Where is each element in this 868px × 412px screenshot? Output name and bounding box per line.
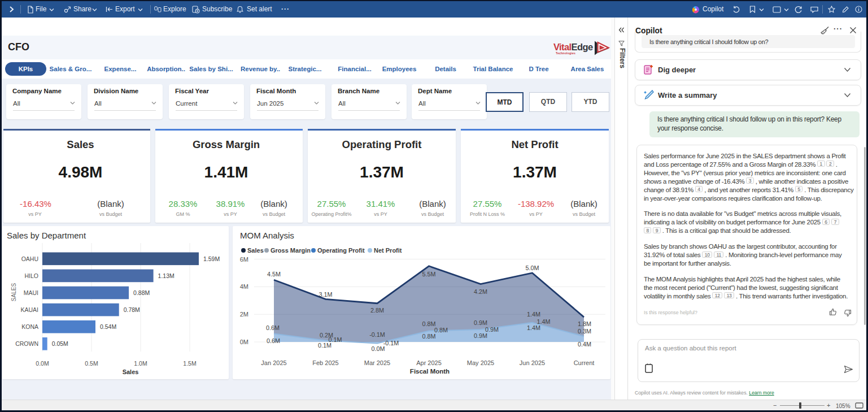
svg-text:Feb 2025: Feb 2025 xyxy=(312,359,338,366)
svg-text:4M: 4M xyxy=(240,283,248,290)
svg-text:1.5M: 1.5M xyxy=(183,360,196,367)
svg-text:0.8M: 0.8M xyxy=(422,320,435,327)
svg-text:Apr 2025: Apr 2025 xyxy=(416,359,442,366)
svg-text:0.0M: 0.0M xyxy=(36,360,49,367)
svg-text:0.0M: 0.0M xyxy=(371,345,385,352)
svg-text:0.6M: 0.6M xyxy=(266,324,280,331)
svg-text:4.5M: 4.5M xyxy=(267,271,281,277)
svg-text:0.1M: 0.1M xyxy=(318,342,332,349)
svg-text:OAHU: OAHU xyxy=(21,255,38,262)
svg-text:Operating Profit: Operating Profit xyxy=(317,247,365,254)
svg-text:0.78M: 0.78M xyxy=(124,306,140,313)
svg-text:0.8M: 0.8M xyxy=(434,327,448,333)
svg-text:3.1M: 3.1M xyxy=(319,291,332,298)
svg-text:Jan 2025: Jan 2025 xyxy=(261,359,286,366)
svg-text:Current: Current xyxy=(574,359,595,366)
svg-text:4.2M: 4.2M xyxy=(474,288,487,295)
svg-text:2.8M: 2.8M xyxy=(370,307,384,314)
svg-text:HILO: HILO xyxy=(24,272,38,279)
svg-text:1.59M: 1.59M xyxy=(203,255,220,262)
svg-text:Mar 2025: Mar 2025 xyxy=(364,359,390,366)
svg-text:-0.1M: -0.1M xyxy=(383,340,399,346)
svg-text:1.13M: 1.13M xyxy=(158,272,175,279)
svg-text:2M: 2M xyxy=(240,311,248,318)
svg-text:Jun 2025: Jun 2025 xyxy=(520,359,545,366)
svg-text:1.0M: 1.0M xyxy=(134,360,147,367)
svg-text:1.4M: 1.4M xyxy=(527,311,540,318)
svg-text:0.8M: 0.8M xyxy=(422,333,435,340)
svg-text:-0.1M: -0.1M xyxy=(369,331,385,338)
svg-text:0.4M: 0.4M xyxy=(578,341,591,348)
svg-text:Sales: Sales xyxy=(247,247,264,254)
svg-text:0.9M: 0.9M xyxy=(474,319,487,326)
svg-text:MAUI: MAUI xyxy=(24,289,38,296)
svg-text:May 2025: May 2025 xyxy=(467,359,494,366)
svg-text:0.5M: 0.5M xyxy=(85,360,98,367)
svg-text:Sales: Sales xyxy=(123,368,139,375)
svg-text:CROWN: CROWN xyxy=(15,340,38,347)
svg-text:1.4M: 1.4M xyxy=(527,324,540,331)
svg-text:0M: 0M xyxy=(240,339,248,345)
svg-text:Fiscal Month: Fiscal Month xyxy=(410,368,450,375)
svg-text:0.9M: 0.9M xyxy=(474,332,487,339)
svg-text:Sales by Department: Sales by Department xyxy=(7,231,86,240)
svg-text:1.8M: 1.8M xyxy=(578,320,591,327)
svg-text:6M: 6M xyxy=(240,256,248,263)
svg-text:5.5M: 5.5M xyxy=(422,271,435,277)
svg-text:KAUAI: KAUAI xyxy=(20,306,38,313)
svg-text:0.88M: 0.88M xyxy=(133,289,150,296)
svg-text:SALES: SALES xyxy=(11,283,17,302)
svg-text:0.3M: 0.3M xyxy=(578,328,591,335)
svg-text:0.05M: 0.05M xyxy=(52,340,68,347)
svg-text:0.6M: 0.6M xyxy=(267,337,280,344)
svg-text:Net Profit: Net Profit xyxy=(374,247,402,254)
svg-text:0.54M: 0.54M xyxy=(100,323,116,330)
svg-text:Gross Margin: Gross Margin xyxy=(271,247,311,254)
svg-text:5.0M: 5.0M xyxy=(525,264,539,271)
svg-text:KONA: KONA xyxy=(21,323,38,330)
svg-text:MOM Analysis: MOM Analysis xyxy=(240,231,294,240)
